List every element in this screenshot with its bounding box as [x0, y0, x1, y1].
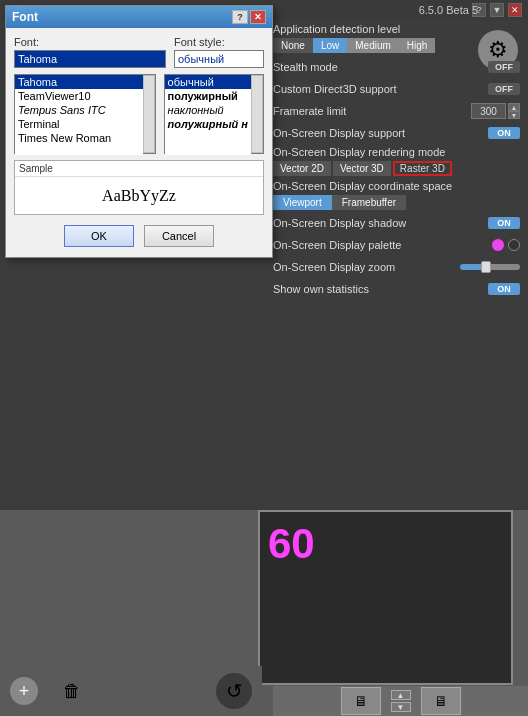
- dialog-buttons: OK Cancel: [14, 221, 264, 249]
- dialog-close-button[interactable]: ✕: [250, 10, 266, 24]
- detection-high-button[interactable]: High: [399, 38, 436, 53]
- style-list-scrollbar[interactable]: [251, 75, 263, 153]
- direct3d-label: Custom Direct3D support: [273, 83, 397, 95]
- style-listbox-container: обычный полужирный наклонный полужирный …: [164, 74, 264, 154]
- osd-render-buttons-row: Vector 2D Vector 3D Raster 3D: [265, 159, 528, 178]
- nav-up-button[interactable]: ▲: [391, 690, 411, 700]
- osd-palette-circles: [492, 239, 520, 251]
- version-label: 6.5.0 Beta 5: [419, 4, 478, 16]
- nav-arrows: ▲ ▼: [391, 690, 411, 712]
- dialog-body: Font: Font style: Tahoma TeamViewer10 Te…: [6, 28, 272, 257]
- osd-coord-buttons-row: Viewport Framebuffer: [265, 193, 528, 212]
- style-list-item[interactable]: полужирный: [165, 89, 251, 103]
- zoom-slider-track[interactable]: [460, 264, 520, 270]
- preview-number: 60: [268, 520, 315, 568]
- direct3d-row: Custom Direct3D support OFF: [265, 78, 528, 100]
- delete-button[interactable]: 🗑: [58, 677, 86, 705]
- coord-framebuffer-button[interactable]: Framebuffer: [332, 195, 406, 210]
- font-listbox[interactable]: Tahoma TeamViewer10 Tempus Sans ITC Term…: [15, 75, 143, 155]
- osd-shadow-label: On-Screen Display shadow: [273, 217, 406, 229]
- style-col: Font style:: [174, 36, 264, 68]
- detection-label: Application detection level: [273, 23, 520, 35]
- detection-buttons: None Low Medium High: [273, 38, 520, 53]
- coord-viewport-button[interactable]: Viewport: [273, 195, 332, 210]
- framerate-value[interactable]: 300: [471, 103, 506, 119]
- titlebar-buttons: ? ✕: [232, 10, 266, 24]
- style-listbox[interactable]: обычный полужирный наклонный полужирный …: [165, 75, 251, 155]
- font-list-scrollbar[interactable]: [143, 75, 155, 153]
- osd-shadow-row: On-Screen Display shadow ON: [265, 212, 528, 234]
- detection-none-button[interactable]: None: [273, 38, 313, 53]
- style-list-item[interactable]: обычный: [165, 75, 251, 89]
- osd-coord-buttons: Viewport Framebuffer: [273, 195, 520, 210]
- font-input[interactable]: [14, 50, 166, 68]
- sample-box: Sample AaBbYyZz: [14, 160, 264, 215]
- palette-dark-circle[interactable]: [508, 239, 520, 251]
- osd-raster3d-button[interactable]: Raster 3D: [393, 161, 452, 176]
- spin-down-button[interactable]: ▼: [508, 111, 520, 119]
- add-button[interactable]: +: [10, 677, 38, 705]
- minimize-button[interactable]: ▼: [490, 3, 504, 17]
- bottom-toolbar: + 🗑 ↺: [0, 666, 262, 716]
- spinner-arrows: ▲ ▼: [508, 103, 520, 119]
- style-field-label: Font style:: [174, 36, 264, 48]
- stealth-label: Stealth mode: [273, 61, 338, 73]
- font-field-label: Font:: [14, 36, 166, 48]
- font-list-item[interactable]: Tempus Sans ITC: [15, 103, 143, 117]
- cancel-button[interactable]: Cancel: [144, 225, 214, 247]
- osd-render-buttons: Vector 2D Vector 3D Raster 3D: [273, 161, 520, 176]
- osd-render-label: On-Screen Display rendering mode: [265, 144, 528, 159]
- detection-medium-button[interactable]: Medium: [347, 38, 399, 53]
- font-dialog: Font ? ✕ Font: Font style:: [5, 5, 273, 258]
- style-input[interactable]: [174, 50, 264, 68]
- direct3d-toggle[interactable]: OFF: [488, 83, 520, 95]
- monitor-icon-right: 🖥: [421, 687, 461, 715]
- statistics-row: Show own statistics ON: [265, 278, 528, 300]
- close-button[interactable]: ✕: [508, 3, 522, 17]
- font-list-item[interactable]: TeamViewer10: [15, 89, 143, 103]
- stealth-toggle[interactable]: OFF: [488, 61, 520, 73]
- zoom-slider-thumb[interactable]: [481, 261, 491, 273]
- font-list-item[interactable]: Tahoma: [15, 75, 143, 89]
- osd-zoom-row: On-Screen Display zoom: [265, 256, 528, 278]
- osd-zoom-slider[interactable]: [460, 264, 520, 270]
- stealth-row: Stealth mode OFF: [265, 56, 528, 78]
- font-list-item[interactable]: Terminal: [15, 117, 143, 131]
- osd-vector3d-button[interactable]: Vector 3D: [333, 161, 391, 176]
- detection-level-row: Application detection level None Low Med…: [265, 20, 528, 56]
- style-list-item[interactable]: наклонный: [165, 103, 251, 117]
- statistics-label: Show own statistics: [273, 283, 369, 295]
- sample-text: AaBbYyZz: [15, 177, 263, 214]
- dialog-fields-row: Font: Font style:: [14, 36, 264, 68]
- spin-up-button[interactable]: ▲: [508, 103, 520, 111]
- style-list-item[interactable]: полужирный н: [165, 117, 251, 131]
- framerate-spinner: 300 ▲ ▼: [471, 103, 520, 119]
- font-list-col: Tahoma TeamViewer10 Tempus Sans ITC Term…: [14, 74, 156, 154]
- nav-down-button[interactable]: ▼: [391, 702, 411, 712]
- settings-panel: Application detection level None Low Med…: [265, 20, 528, 300]
- osd-support-label: On-Screen Display support: [273, 127, 405, 139]
- osd-support-toggle[interactable]: ON: [488, 127, 520, 139]
- monitor-icon-left: 🖥: [341, 687, 381, 715]
- font-listbox-container: Tahoma TeamViewer10 Tempus Sans ITC Term…: [14, 74, 156, 154]
- refresh-button[interactable]: ↺: [216, 673, 252, 709]
- framerate-label: Framerate limit: [273, 105, 346, 117]
- dialog-lists-row: Tahoma TeamViewer10 Tempus Sans ITC Term…: [14, 74, 264, 154]
- osd-shadow-toggle[interactable]: ON: [488, 217, 520, 229]
- dialog-help-button[interactable]: ?: [232, 10, 248, 24]
- statistics-toggle[interactable]: ON: [488, 283, 520, 295]
- osd-palette-label: On-Screen Display palette: [273, 239, 401, 251]
- osd-support-row: On-Screen Display support ON: [265, 122, 528, 144]
- detection-low-button[interactable]: Low: [313, 38, 347, 53]
- dialog-title: Font: [12, 10, 38, 24]
- ok-button[interactable]: OK: [64, 225, 134, 247]
- osd-vector2d-button[interactable]: Vector 2D: [273, 161, 331, 176]
- sample-label: Sample: [15, 161, 263, 177]
- palette-pink-circle[interactable]: [492, 239, 504, 251]
- monitor-nav: 🖥 ▲ ▼ 🖥: [273, 686, 528, 716]
- framerate-row: Framerate limit 300 ▲ ▼: [265, 100, 528, 122]
- style-list-col: обычный полужирный наклонный полужирный …: [164, 74, 264, 154]
- font-col: Font:: [14, 36, 166, 68]
- osd-palette-row: On-Screen Display palette: [265, 234, 528, 256]
- font-list-item[interactable]: Times New Roman: [15, 131, 143, 145]
